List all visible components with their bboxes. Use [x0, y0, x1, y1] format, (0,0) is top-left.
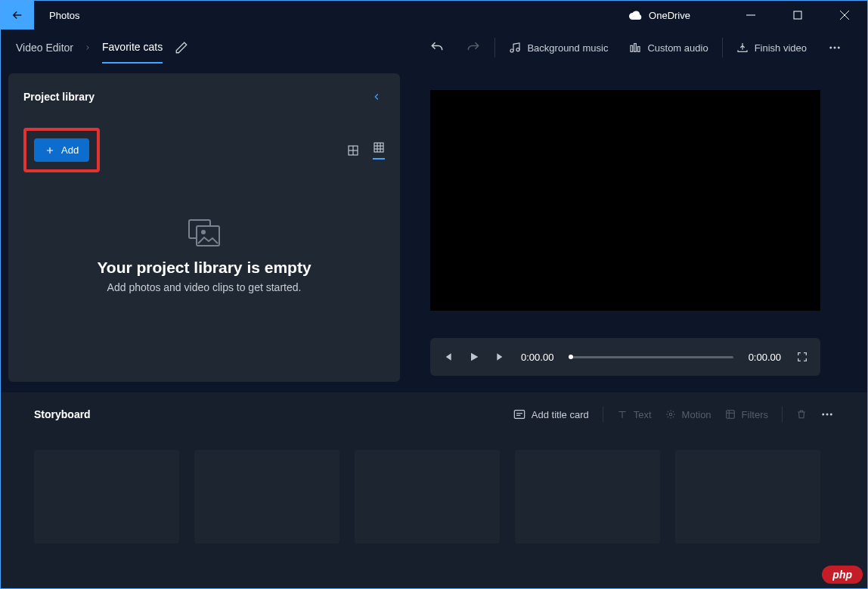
more-icon: [820, 408, 834, 421]
pencil-icon: [175, 41, 188, 54]
titlebar: Photos OneDrive: [1, 1, 867, 29]
text-icon: [617, 409, 628, 420]
svg-rect-8: [638, 47, 640, 52]
add-title-card-label: Add title card: [532, 409, 589, 420]
main-content: Project library Add: [1, 66, 867, 382]
svg-rect-15: [374, 143, 383, 152]
trash-icon: [796, 408, 807, 420]
add-highlight-annotation: Add: [23, 128, 100, 172]
next-frame-button[interactable]: [495, 352, 506, 362]
svg-point-4: [510, 49, 513, 52]
svg-point-22: [202, 231, 205, 234]
title-card-icon: [513, 409, 525, 420]
motion-button[interactable]: Motion: [665, 409, 711, 420]
view-small-button[interactable]: [373, 141, 385, 160]
svg-point-10: [834, 47, 836, 49]
minimize-button[interactable]: [734, 1, 767, 29]
maximize-button[interactable]: [781, 1, 814, 29]
redo-button[interactable]: [455, 34, 491, 61]
step-back-icon: [442, 352, 453, 362]
svg-rect-6: [631, 45, 633, 51]
breadcrumb: Video Editor Favorite cats: [16, 32, 163, 64]
filters-label: Filters: [742, 409, 768, 420]
arrow-left-icon: [11, 8, 24, 22]
play-button[interactable]: [468, 351, 480, 363]
storyboard-separator: [603, 406, 603, 423]
breadcrumb-root[interactable]: Video Editor: [16, 42, 73, 54]
storyboard-title: Storyboard: [34, 408, 91, 420]
player-controls: 0:00.00 0:00.00: [430, 338, 820, 376]
undo-icon: [429, 40, 445, 55]
svg-point-30: [830, 414, 832, 416]
more-options-button[interactable]: [817, 35, 852, 60]
delete-button[interactable]: [796, 408, 807, 420]
clip-slot[interactable]: [194, 450, 339, 544]
add-button-label: Add: [61, 144, 79, 156]
toolbar-separator: [494, 38, 495, 57]
image-stack-icon: [187, 218, 222, 248]
library-empty-state: Your project library is empty Add photos…: [23, 218, 385, 293]
add-button[interactable]: Add: [34, 138, 89, 162]
view-large-button[interactable]: [347, 144, 359, 157]
rename-button[interactable]: [175, 41, 188, 54]
more-icon: [828, 41, 842, 54]
clip-slot[interactable]: [675, 450, 820, 544]
clip-slot[interactable]: [355, 450, 500, 544]
maximize-icon: [793, 11, 802, 20]
clip-slot[interactable]: [515, 450, 660, 544]
onedrive-label: OneDrive: [649, 10, 690, 21]
onedrive-button[interactable]: OneDrive: [629, 10, 690, 21]
finish-video-button[interactable]: Finish video: [726, 36, 817, 60]
motion-icon: [665, 409, 676, 420]
svg-point-5: [516, 48, 519, 51]
app-title: Photos: [49, 10, 79, 21]
step-forward-icon: [495, 352, 506, 362]
play-icon: [468, 351, 480, 363]
storyboard-panel: Storyboard Add title card Text Motion Fi…: [1, 392, 867, 589]
empty-title: Your project library is empty: [23, 259, 385, 277]
close-button[interactable]: [828, 1, 861, 29]
total-time: 0:00.00: [749, 352, 781, 363]
video-preview[interactable]: [430, 90, 820, 311]
clip-slot[interactable]: [34, 450, 179, 544]
minimize-icon: [746, 11, 755, 20]
filters-icon: [725, 409, 736, 420]
add-title-card-button[interactable]: Add title card: [513, 409, 589, 420]
svg-point-9: [829, 47, 832, 49]
text-button[interactable]: Text: [617, 409, 652, 420]
seek-bar[interactable]: [569, 356, 733, 358]
grid-small-icon: [373, 141, 385, 153]
toolbar: Video Editor Favorite cats Background mu…: [1, 29, 867, 66]
seek-handle[interactable]: [569, 355, 573, 359]
background-music-button[interactable]: Background music: [498, 36, 618, 60]
music-icon: [509, 42, 521, 54]
previous-frame-button[interactable]: [442, 352, 453, 362]
close-icon: [840, 11, 849, 20]
custom-audio-button[interactable]: Custom audio: [618, 36, 718, 60]
preview-area: 0:00.00 0:00.00: [430, 73, 860, 382]
chevron-right-icon: [84, 44, 91, 51]
project-library-title: Project library: [23, 91, 95, 103]
undo-button[interactable]: [419, 34, 455, 61]
back-button[interactable]: [1, 1, 34, 29]
storyboard-more-button[interactable]: [820, 408, 834, 421]
project-library-panel: Project library Add: [8, 73, 400, 382]
filters-button[interactable]: Filters: [725, 409, 768, 420]
toolbar-separator: [722, 38, 723, 57]
svg-rect-21: [197, 226, 219, 246]
current-time: 0:00.00: [521, 352, 553, 363]
background-music-label: Background music: [527, 42, 608, 54]
library-empty-icon: [187, 218, 222, 248]
collapse-library-button[interactable]: [368, 88, 385, 105]
svg-rect-23: [514, 411, 524, 419]
svg-rect-27: [726, 411, 734, 419]
breadcrumb-current[interactable]: Favorite cats: [102, 41, 163, 64]
custom-audio-label: Custom audio: [647, 42, 708, 54]
svg-rect-1: [794, 11, 801, 19]
audio-icon: [629, 42, 641, 54]
fullscreen-button[interactable]: [796, 351, 808, 363]
motion-label: Motion: [682, 409, 711, 420]
grid-large-icon: [347, 144, 359, 157]
plus-icon: [45, 145, 55, 156]
watermark: php: [822, 566, 863, 584]
